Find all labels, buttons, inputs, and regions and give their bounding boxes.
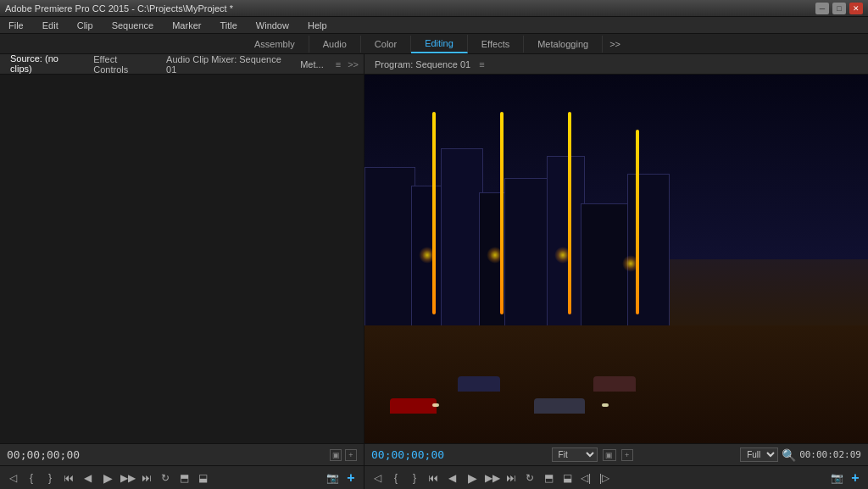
- source-timecode-left: 00;00;00;00: [7, 448, 80, 461]
- prog-ctrl-loop[interactable]: ↻: [522, 470, 537, 486]
- src-ctrl-back[interactable]: ◀: [80, 470, 95, 486]
- source-monitor-panel: Source: (no clips) Effect Controls Audio…: [0, 54, 364, 489]
- main-area: Source: (no clips) Effect Controls Audio…: [0, 54, 868, 489]
- menu-window[interactable]: Window: [253, 19, 292, 32]
- program-tabs: Program: Sequence 01 ≡: [364, 54, 868, 75]
- src-ctrl-insert[interactable]: ⬒: [176, 470, 192, 486]
- src-ctrl-in[interactable]: {: [24, 470, 39, 486]
- program-duration-display: 00:00:02:09: [799, 449, 861, 460]
- ws-tab-audio[interactable]: Audio: [309, 36, 361, 53]
- menu-title[interactable]: Title: [216, 19, 240, 32]
- ws-tab-editing[interactable]: Editing: [411, 35, 468, 53]
- menu-clip[interactable]: Clip: [74, 19, 97, 32]
- ws-more-button[interactable]: >>: [603, 36, 627, 53]
- prog-ctrl-step-back[interactable]: ⏮: [426, 470, 441, 486]
- program-monitor-panel: Program: Sequence 01 ≡: [364, 54, 868, 489]
- src-ctrl-out[interactable]: }: [42, 470, 58, 486]
- program-zoom-icon[interactable]: 🔍: [782, 448, 796, 462]
- video-scene: [364, 75, 868, 443]
- program-timecode-bar: 00;00;00;00 Fit 25% 50% 100% ▣ + Full 1/…: [364, 443, 868, 465]
- menu-sequence[interactable]: Sequence: [108, 19, 158, 32]
- source-video-area: [0, 75, 364, 443]
- maximize-button[interactable]: □: [832, 3, 846, 14]
- source-tab-effects[interactable]: Effect Controls: [88, 53, 154, 76]
- source-controls: ◁ { } ⏮ ◀ ▶ ▶▶ ⏭ ↻ ⬒ ⬓ 📷 +: [0, 465, 364, 489]
- program-controls: ◁ { } ⏮ ◀ ▶ ▶▶ ⏭ ↻ ⬒ ⬓ ◁| |▷ 📷 +: [364, 465, 868, 489]
- close-button[interactable]: ✕: [849, 3, 863, 14]
- prog-ctrl-lift[interactable]: ⬒: [541, 470, 556, 486]
- src-ctrl-step-fwd[interactable]: ⏭: [139, 470, 154, 486]
- prog-ctrl-in[interactable]: {: [388, 470, 403, 486]
- source-tab-noclips[interactable]: Source: (no clips): [5, 52, 81, 76]
- prog-ctrl-add[interactable]: +: [848, 470, 863, 486]
- minimize-button[interactable]: ─: [815, 3, 829, 14]
- prog-ctrl-play[interactable]: ▶: [463, 469, 481, 487]
- prog-ctrl-back[interactable]: ◀: [444, 470, 459, 486]
- src-ctrl-add[interactable]: +: [343, 470, 359, 486]
- src-ctrl-step-back[interactable]: ⏮: [61, 470, 76, 486]
- prog-ctrl-extract[interactable]: ⬓: [559, 470, 575, 486]
- src-ctrl-camera[interactable]: 📷: [325, 470, 340, 486]
- prog-ctrl-camera[interactable]: 📷: [829, 470, 844, 486]
- menu-edit[interactable]: Edit: [39, 19, 62, 32]
- program-video-area: [364, 75, 868, 443]
- ws-tab-color[interactable]: Color: [361, 36, 411, 53]
- source-tab-audiomixer[interactable]: Audio Clip Mixer: Sequence 01: [161, 53, 288, 76]
- src-ctrl-overwrite[interactable]: ⬓: [195, 470, 210, 486]
- src-ctrl-marking-in[interactable]: ◁: [5, 470, 20, 486]
- prog-ctrl-step-fwd[interactable]: ⏭: [504, 470, 519, 486]
- src-ctrl-forward[interactable]: ▶▶: [120, 470, 136, 486]
- ws-tab-effects[interactable]: Effects: [468, 36, 524, 53]
- program-tab-menu[interactable]: ≡: [479, 59, 484, 69]
- workspace-bar: Assembly Audio Color Editing Effects Met…: [0, 34, 868, 54]
- prog-ctrl-marking-in[interactable]: ◁: [370, 470, 385, 486]
- ws-tab-metalogging[interactable]: Metalogging: [524, 36, 603, 53]
- source-tabs-menu[interactable]: ≡: [336, 59, 341, 69]
- menu-file[interactable]: File: [5, 19, 27, 32]
- source-timecode-bar: 00;00;00;00 ▣ +: [0, 443, 364, 465]
- window-title: Adobe Premiere Pro CC 2015 - C:\Projects…: [5, 3, 233, 14]
- source-settings-btn[interactable]: +: [345, 449, 357, 461]
- source-tab-met[interactable]: Met...: [295, 58, 329, 71]
- source-marker-btn[interactable]: ▣: [330, 449, 342, 461]
- ws-tab-assembly[interactable]: Assembly: [241, 36, 309, 53]
- menu-marker[interactable]: Marker: [169, 19, 204, 32]
- source-tabs-more[interactable]: >>: [348, 59, 359, 69]
- menu-bar: File Edit Clip Sequence Marker Title Win…: [0, 17, 868, 34]
- program-timecode-display: 00;00;00;00: [371, 448, 444, 461]
- src-ctrl-loop[interactable]: ↻: [158, 470, 173, 486]
- title-bar: Adobe Premiere Pro CC 2015 - C:\Projects…: [0, 0, 868, 17]
- program-marker-btn[interactable]: ▣: [603, 449, 616, 461]
- program-tab-seq01[interactable]: Program: Sequence 01: [370, 58, 476, 71]
- program-quality-select[interactable]: Full 1/2 1/4: [740, 447, 778, 462]
- menu-help[interactable]: Help: [304, 19, 331, 32]
- source-tabs: Source: (no clips) Effect Controls Audio…: [0, 54, 364, 75]
- src-ctrl-play[interactable]: ▶: [98, 469, 117, 487]
- prog-ctrl-out[interactable]: }: [407, 470, 422, 486]
- program-settings-btn[interactable]: +: [621, 449, 633, 461]
- prog-ctrl-forward[interactable]: ▶▶: [485, 470, 500, 486]
- window-controls: ─ □ ✕: [815, 3, 863, 14]
- program-fit-select[interactable]: Fit 25% 50% 100%: [552, 447, 598, 462]
- prog-ctrl-trim-prev[interactable]: ◁|: [578, 470, 593, 486]
- prog-ctrl-trim-next[interactable]: |▷: [597, 470, 612, 486]
